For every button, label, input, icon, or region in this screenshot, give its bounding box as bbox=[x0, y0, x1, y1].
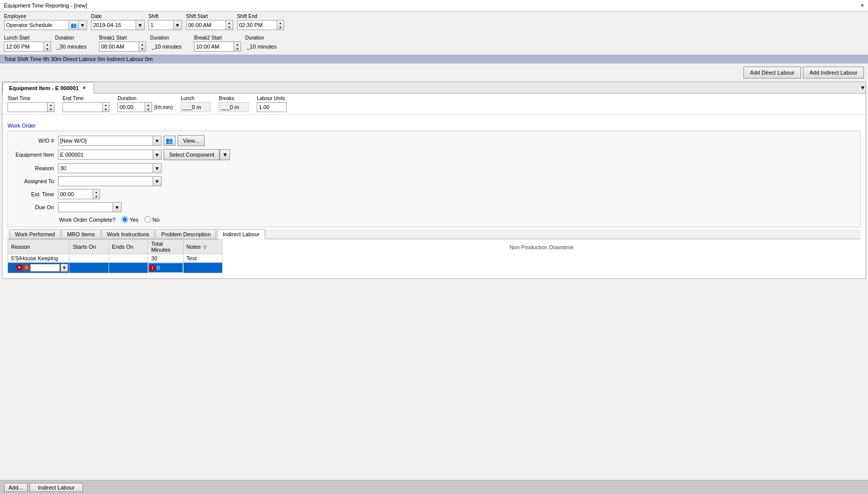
warn-icon: ⚠ bbox=[23, 264, 30, 271]
lunch-start-spin[interactable]: ▲ ▼ bbox=[44, 42, 51, 52]
edit-notes-input[interactable] bbox=[184, 264, 222, 272]
shift-start-up[interactable]: ▲ bbox=[226, 21, 233, 25]
break1-start-down[interactable]: ▼ bbox=[139, 47, 146, 51]
wo-num-row: W/O # ▼ 👥 View... bbox=[14, 135, 854, 146]
due-on-container: ▼ bbox=[58, 202, 122, 212]
select-component-split[interactable]: ▼ bbox=[220, 149, 230, 160]
shift-end-spin[interactable]: ▲ ▼ bbox=[277, 20, 284, 30]
equipment-tab-close[interactable]: × bbox=[81, 84, 88, 92]
equipment-tab[interactable]: Equipment Item - E 000001 × bbox=[3, 82, 94, 94]
date-input[interactable] bbox=[91, 20, 136, 30]
shift-end-input[interactable] bbox=[237, 20, 277, 30]
due-on-dropdown[interactable]: ▼ bbox=[113, 202, 122, 212]
duration-input[interactable] bbox=[118, 102, 145, 112]
yes-radio[interactable] bbox=[122, 216, 128, 223]
edit-reason-input[interactable] bbox=[30, 264, 60, 272]
tab-work-performed[interactable]: Work Performed bbox=[10, 229, 61, 239]
labour-units-input[interactable] bbox=[257, 102, 287, 112]
tab-problem-description-label: Problem Description bbox=[161, 231, 211, 237]
edit-reason-dropdown[interactable]: ▼ bbox=[61, 264, 68, 272]
est-time-spin[interactable]: ▲ ▼ bbox=[93, 189, 100, 199]
shift-dropdown-btn[interactable]: ▼ bbox=[174, 20, 182, 30]
break1-start-input[interactable] bbox=[99, 42, 139, 52]
edit-ends-on-input[interactable] bbox=[110, 264, 147, 272]
edit-total-minutes-input[interactable] bbox=[156, 264, 181, 272]
end-time-up[interactable]: ▲ bbox=[103, 103, 109, 107]
reason-input[interactable] bbox=[58, 163, 153, 173]
tab-panel-dropdown[interactable]: ▼ bbox=[860, 82, 865, 93]
edit-cell-ends-on[interactable] bbox=[109, 263, 148, 273]
duration-down[interactable]: ▼ bbox=[145, 107, 152, 112]
end-time-spin[interactable]: ▲ ▼ bbox=[103, 102, 110, 112]
reason-dropdown[interactable]: ▼ bbox=[153, 163, 162, 173]
wo-num-input[interactable] bbox=[58, 136, 153, 146]
break1-start-up[interactable]: ▲ bbox=[139, 42, 146, 47]
start-time-down[interactable]: ▼ bbox=[48, 107, 54, 112]
work-order-title[interactable]: Work Order bbox=[8, 123, 860, 129]
lunch-start-label: Lunch Start bbox=[4, 35, 51, 41]
start-time-spin[interactable]: ▲ ▼ bbox=[48, 102, 55, 112]
lunch-start-input[interactable] bbox=[4, 42, 44, 52]
title-bar-close[interactable]: × bbox=[860, 2, 864, 9]
equipment-item-input[interactable] bbox=[58, 150, 153, 160]
notes-filter-icon[interactable]: ▽ bbox=[203, 245, 207, 250]
break1-start-spin[interactable]: ▲ ▼ bbox=[139, 42, 146, 52]
wo-search-btn[interactable]: 👥 bbox=[164, 136, 176, 146]
break2-start-spin[interactable]: ▲ ▼ bbox=[234, 42, 241, 52]
assigned-to-dropdown[interactable]: ▼ bbox=[153, 176, 162, 186]
edit-cell-total-minutes[interactable]: ! bbox=[148, 263, 183, 273]
edit-cell-notes[interactable] bbox=[183, 263, 222, 273]
no-radio[interactable] bbox=[145, 216, 151, 223]
employee-group: Employee 👥 ▼ bbox=[4, 14, 87, 30]
start-time-input[interactable] bbox=[8, 102, 48, 112]
select-component-btn[interactable]: Select Component bbox=[164, 149, 220, 160]
shift-start-input[interactable] bbox=[186, 20, 226, 30]
end-time-input[interactable] bbox=[63, 102, 103, 112]
lunch-start-up[interactable]: ▲ bbox=[44, 42, 51, 47]
break1-start-group: Break1 Start ▲ ▼ bbox=[99, 35, 146, 52]
tab-indirect-labour[interactable]: Indirect Labour bbox=[217, 229, 265, 239]
equipment-item-dropdown[interactable]: ▼ bbox=[153, 150, 162, 160]
shift-start-spin[interactable]: ▲ ▼ bbox=[226, 20, 233, 30]
employee-dropdown-btn[interactable]: ▼ bbox=[79, 20, 87, 30]
tab-problem-description[interactable]: Problem Description bbox=[156, 229, 216, 239]
lunch-start-down[interactable]: ▼ bbox=[44, 47, 51, 51]
table-area: Reason Starts On Ends On Total Minutes bbox=[8, 239, 860, 273]
break2-start-down[interactable]: ▼ bbox=[234, 47, 241, 51]
edit-starts-on-input[interactable] bbox=[70, 264, 108, 272]
shift-end-up[interactable]: ▲ bbox=[277, 21, 284, 25]
shift-input[interactable] bbox=[149, 20, 174, 30]
shift-start-down[interactable]: ▼ bbox=[226, 25, 233, 30]
labour-units-label: Labour Units bbox=[257, 96, 287, 101]
shift-end-down[interactable]: ▼ bbox=[277, 25, 284, 30]
est-time-up[interactable]: ▲ bbox=[93, 190, 100, 194]
due-on-input[interactable] bbox=[58, 202, 113, 212]
duration-up[interactable]: ▲ bbox=[145, 103, 152, 107]
reason-row: Reason ▼ bbox=[14, 163, 854, 173]
equipment-item-row: Equipment Item ▼ Select Component ▼ bbox=[14, 149, 854, 160]
tab-mro-items[interactable]: MRO Items bbox=[62, 229, 101, 239]
est-time-row: Est. Time ▲ ▼ bbox=[14, 189, 854, 199]
equipment-item-container: ▼ Select Component ▼ bbox=[58, 149, 230, 160]
break2-start-up[interactable]: ▲ bbox=[234, 42, 241, 47]
wo-num-dropdown[interactable]: ▼ bbox=[153, 136, 162, 146]
no-radio-label: No bbox=[145, 216, 160, 223]
employee-search-btn[interactable]: 👥 bbox=[69, 20, 79, 30]
date-dropdown-btn[interactable]: ▼ bbox=[136, 20, 145, 30]
edit-cell-starts-on[interactable] bbox=[70, 263, 109, 273]
end-time-down[interactable]: ▼ bbox=[103, 107, 109, 112]
start-time-up[interactable]: ▲ bbox=[48, 103, 54, 107]
wo-view-btn[interactable]: View... bbox=[178, 135, 205, 146]
title-bar-text: Equipment Time Reporting - [new] bbox=[4, 3, 87, 9]
employee-input[interactable] bbox=[4, 20, 69, 30]
break2-start-input[interactable] bbox=[194, 42, 234, 52]
tab-work-instructions[interactable]: Work Instructions bbox=[102, 229, 155, 239]
edit-cell-reason[interactable]: ✱ ● ⚠ ▼ bbox=[8, 263, 70, 273]
assigned-to-input[interactable] bbox=[58, 176, 153, 186]
equipment-tab-label: Equipment Item - E 000001 bbox=[9, 85, 79, 91]
add-direct-labour-btn[interactable]: Add Direct Labour bbox=[743, 67, 801, 79]
duration-spin[interactable]: ▲ ▼ bbox=[145, 102, 152, 112]
add-indirect-labour-btn[interactable]: Add Indirect Labour bbox=[803, 67, 864, 79]
est-time-input[interactable] bbox=[58, 189, 93, 199]
est-time-down[interactable]: ▼ bbox=[93, 194, 100, 199]
